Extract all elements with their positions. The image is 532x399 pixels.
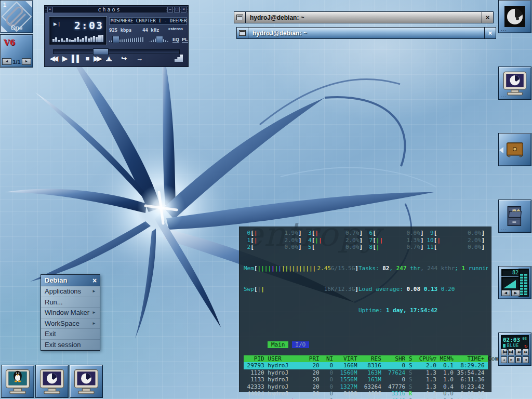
process-row[interactable]: 1133hydroJ2001556M163M0S1.31.06:11.36/us… (244, 376, 488, 383)
miniwindow-terminal-2[interactable] (70, 365, 103, 398)
menu-item-window-maker[interactable]: Window Maker► (41, 308, 100, 318)
text-run: [ (312, 244, 315, 251)
wmusic-eject-button[interactable]: ▲ (501, 356, 507, 363)
terminal1-miniaturize-button[interactable] (234, 12, 246, 23)
tab-main[interactable]: Main (268, 341, 288, 348)
cell: 0:23.42 (454, 383, 485, 391)
equalizer-button[interactable]: EQ (172, 37, 179, 43)
menu-item-workspace[interactable]: WorkSpace► (41, 318, 100, 329)
process-row[interactable]: 860messagebus200938860084140S0.70.011:01… (244, 397, 488, 399)
terminal-window-2[interactable]: hydroJ@debian: ~ × (236, 27, 496, 39)
spectrum-analyzer (52, 34, 103, 42)
cell: 0 (320, 390, 333, 397)
wmusic-play-button[interactable]: ▶ (508, 356, 514, 363)
xmms-minimize-button[interactable]: – (167, 7, 173, 12)
tab-io[interactable]: I/O (292, 341, 309, 348)
clip-arrow-next[interactable] (25, 1, 32, 8)
menu-item-exit[interactable]: Exit (41, 329, 100, 340)
terminal2-miniaturize-button[interactable] (237, 28, 248, 38)
previous-button[interactable]: ◀◀ (50, 55, 58, 62)
wmusic-rewind-button[interactable]: ◀◀ (515, 349, 522, 355)
xmms-menu-button[interactable]: ▪ (47, 7, 53, 12)
dock-tile-wmaker[interactable]: ··· (498, 0, 531, 33)
cpu-meter: 1[|2.0%] (244, 237, 305, 244)
balance-knob[interactable] (156, 36, 163, 43)
dock-tile-wmusic[interactable]: 02:03 03 BLUE ↻ ▐◀◀ ▶▶▌ ◀◀ ▶▶ ▲ ▶ ▌▌ ■ (498, 332, 531, 366)
terminal-window-1[interactable]: hydroJ@debian: ~ × (234, 11, 494, 23)
winamp-mode-icon[interactable] (175, 55, 183, 62)
load-average-line: Load average: 0.08 0.13 0.20 (358, 286, 488, 293)
cell: hydroJ (264, 376, 305, 383)
volume-knob[interactable] (112, 36, 119, 43)
cell: 20 (305, 397, 319, 399)
playlist-button[interactable]: PL (182, 37, 188, 43)
mixer-prev-channel-button[interactable]: ◀ (501, 290, 510, 296)
cell: 163M (357, 376, 381, 383)
column-header: USER (264, 355, 305, 363)
stop-button[interactable]: ■ (85, 55, 89, 62)
dock-tile-terminal[interactable]: ··· (498, 66, 531, 100)
dock-tile-drawer[interactable] (498, 133, 531, 166)
menu-item-exit-session[interactable]: Exit session (41, 340, 100, 351)
cpu-id: 4 (305, 237, 312, 244)
wmusic-forward-button[interactable]: ▶▶ (523, 349, 529, 355)
terminal1-close-button[interactable]: × (482, 12, 493, 23)
xmms-player-window[interactable]: ▪ chaos – □ × ▶ | 2:03 MOSPHERE CHAPTER … (44, 5, 189, 67)
cell: S (405, 397, 416, 399)
pager-next-button[interactable]: ► (22, 58, 31, 65)
drawer-collapse-arrow-icon[interactable] (499, 147, 503, 153)
cell: /usr/lib/xorg (485, 369, 488, 377)
text-run: [ (250, 244, 254, 251)
text-run: ] (298, 244, 302, 251)
mixer-volume-display[interactable] (501, 277, 519, 290)
pager-prev-button[interactable]: ◄ (2, 58, 11, 65)
cpu-percent: 1.9% (281, 230, 298, 237)
pause-button[interactable]: ▌▌ (72, 55, 81, 62)
miniwindow-terminal-tux[interactable] (1, 365, 34, 398)
wmusic-progress-tick (503, 344, 506, 348)
miniwindow-terminal-1[interactable] (35, 365, 69, 398)
dock-tile-file-cabinet[interactable]: ··· (498, 200, 531, 233)
pager-dockapp[interactable]: V6 ◄ 1/1 ► (0, 34, 33, 68)
track-title-marquee[interactable]: MOSPHERE CHAPTER I - DEEPER DRL (109, 17, 187, 25)
repeat-button[interactable]: → (136, 55, 143, 62)
workspace-clip[interactable]: 1 One (0, 0, 33, 33)
wmusic-track-number: 03 (523, 337, 527, 341)
vu-segment (524, 278, 527, 280)
htop-terminal-window[interactable]: 0[|1.9%]3[|0.7%]6[0.0%]9[0.0%]1[|2.0%]4[… (239, 227, 491, 392)
cell: 1.3 (416, 369, 436, 377)
menu-close-icon[interactable]: × (89, 276, 100, 285)
xmms-close-button[interactable]: × (181, 7, 187, 12)
cpu-bar (437, 244, 464, 251)
next-button[interactable]: ▶▶ (94, 55, 102, 62)
wmusic-prev-button[interactable]: ▐◀◀ (501, 349, 507, 355)
eject-button[interactable]: ▲ (106, 55, 112, 61)
text-run: ] (481, 230, 485, 237)
menu-titlebar[interactable]: Debian × (41, 275, 100, 286)
menu-item-applications[interactable]: Applications► (41, 286, 100, 297)
cell: hydroJ (264, 390, 305, 397)
xmms-shade-button[interactable]: □ (174, 7, 180, 12)
cell: 0 (320, 369, 333, 377)
text-run: | (318, 237, 322, 244)
process-row[interactable]: 42333hydroJ2001327M6326447776S1.30.40:23… (244, 383, 488, 391)
wmusic-stop-button[interactable]: ■ (523, 356, 529, 363)
process-row[interactable]: 44024hydroJ200842846963316R1.30.00:03.97… (244, 390, 488, 397)
menu-item-run[interactable]: Run... (41, 297, 100, 308)
process-row[interactable]: 1120hydroJ2001560M163M77624S1.31.035:54.… (244, 369, 488, 377)
wmusic-next-button[interactable]: ▶▶▌ (508, 349, 514, 355)
play-button[interactable]: ▶ (62, 55, 68, 62)
cpu-bar: | (254, 237, 281, 244)
cell: 29793 (244, 362, 264, 369)
mixer-next-channel-button[interactable]: ▶ (511, 290, 520, 296)
dock-tile-mixer[interactable]: 82 ◀ ▶ (498, 266, 531, 299)
process-table-header[interactable]: PIDUSERPRINIVIRTRESSHRSCPU%▽MEM%TIME+Com… (244, 355, 488, 363)
cell: 8428 (333, 390, 357, 397)
xmms-titlebar[interactable]: ▪ chaos – □ × (45, 6, 188, 13)
wmusic-pause-button[interactable]: ▌▌ (515, 356, 522, 363)
debian-root-menu[interactable]: Debian × Applications►Run...Window Maker… (41, 274, 100, 351)
terminal2-close-button[interactable]: × (484, 28, 496, 38)
shuffle-button[interactable]: ↪ (121, 55, 127, 62)
process-row[interactable]: 29793hydroJ200166M83160S2.00.18:29.26wmu… (244, 362, 488, 369)
text-run: | (305, 265, 309, 272)
